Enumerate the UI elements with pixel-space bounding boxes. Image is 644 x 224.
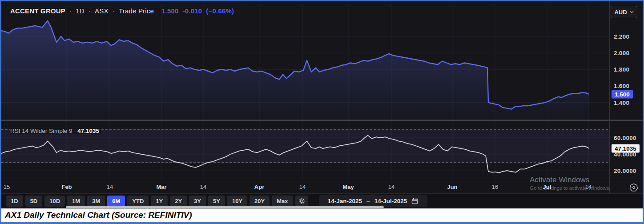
time-axis-label: Jul [543, 182, 551, 192]
range-button-ytd[interactable]: YTD [127, 196, 149, 207]
gear-icon [298, 198, 305, 204]
range-button-group: 1D5D10D1M3M6MYTD1Y2Y3Y5Y10Y20YMax [6, 196, 293, 207]
time-axis-label: May [342, 182, 354, 192]
rsi-axis-label: 60.0000 [614, 135, 636, 141]
range-button-2y[interactable]: 2Y [170, 196, 187, 207]
rsi-value-badge: 47.1035 [612, 144, 640, 152]
range-button-6m[interactable]: 6M [107, 196, 125, 207]
time-axis-label: 14 [299, 182, 306, 192]
range-button-20y[interactable]: 20Y [250, 196, 270, 207]
caption-bar: AX1 Daily Technical Chart (Source: REFIN… [1, 208, 643, 222]
separator-dot: · [69, 7, 72, 15]
range-button-3m[interactable]: 3M [87, 196, 105, 207]
time-axis-label: 15 [4, 182, 10, 192]
series-type-label: Trade Price [119, 7, 154, 15]
time-axis-label: 14 [200, 182, 206, 192]
currency-label: AUD [614, 9, 627, 16]
price-axis-label: 2.000 [614, 50, 629, 56]
range-button-1m[interactable]: 1M [67, 196, 85, 207]
price-axis-label: 1.800 [614, 66, 629, 73]
symbol-name: ACCENT GROUP [10, 7, 65, 15]
price-axis-label: 1.400 [614, 99, 629, 106]
range-button-1y[interactable]: 1Y [151, 196, 168, 207]
rsi-axis-label: 20.0000 [614, 168, 636, 174]
range-button-3y[interactable]: 3Y [189, 196, 206, 207]
calendar-icon[interactable] [411, 198, 418, 204]
chart-plot-area[interactable] [1, 1, 643, 193]
price-axis-label: 2.200 [614, 33, 629, 40]
price-change-percent: (−0.66%) [206, 7, 234, 15]
rsi-indicator-label: RSI 14 Wilder Simple 9 47.1035 [10, 128, 101, 134]
chart-panel: ACCENT GROUP · 1D · ASX · Trade Price 1.… [1, 1, 643, 208]
time-axis-label: 14 [388, 182, 394, 192]
separator-dot: · [89, 7, 91, 15]
range-button-5y[interactable]: 5Y [208, 196, 225, 207]
date-separator: – [366, 198, 370, 204]
time-axis-label: 14 [585, 182, 592, 192]
currency-dropdown[interactable]: AUD [611, 6, 637, 18]
price-axis-label: 1.600 [614, 83, 629, 89]
heptagon-dot-icon [629, 183, 639, 192]
range-button-5d[interactable]: 5D [25, 196, 43, 207]
range-button-1d[interactable]: 1D [6, 196, 23, 207]
range-button-10d[interactable]: 10D [44, 196, 65, 207]
separator-dot: · [113, 7, 115, 15]
time-axis-label: Mar [156, 182, 166, 192]
chevron-down-icon [630, 11, 634, 13]
time-axis-label: 14 [107, 182, 113, 192]
price-change-value: -0.010 [183, 7, 202, 15]
date-to: 14-Jul-2025 [374, 198, 407, 204]
rsi-value: 47.1035 [77, 128, 99, 134]
horizontal-scrollbar[interactable] [66, 206, 384, 208]
last-price-value: 1.500 [161, 7, 179, 15]
range-button-max[interactable]: Max [272, 196, 293, 207]
time-axis-label: Apr [254, 182, 264, 192]
chart-caption: AX1 Daily Technical Chart (Source: REFIN… [5, 210, 192, 220]
interval-label: 1D [76, 7, 85, 15]
exchange-label: ASX [95, 7, 109, 15]
symbol-header: ACCENT GROUP · 1D · ASX · Trade Price 1.… [10, 7, 234, 15]
range-button-10y[interactable]: 10Y [227, 196, 247, 207]
toolbar-settings-button[interactable] [295, 196, 308, 207]
rsi-title: RSI 14 Wilder Simple 9 [10, 128, 72, 134]
last-price-badge: 1.500 [612, 90, 633, 99]
time-axis-label: Feb [61, 182, 72, 192]
date-range-picker[interactable]: 14-Jan-2025 – 14-Jul-2025 [319, 195, 427, 207]
date-from: 14-Jan-2025 [328, 198, 362, 204]
time-axis-label: 16 [492, 182, 498, 192]
time-axis-label: Jun [447, 182, 457, 192]
scale-settings-icon[interactable] [628, 182, 639, 193]
screenshot-frame: ACCENT GROUP · 1D · ASX · Trade Price 1.… [0, 0, 644, 224]
